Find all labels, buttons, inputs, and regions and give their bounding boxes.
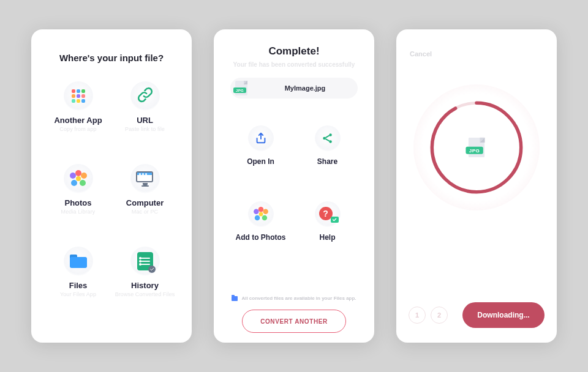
action-label: Add to Photos	[236, 233, 286, 242]
option-sub: Media Library	[61, 209, 96, 215]
link-icon	[130, 81, 160, 111]
screen-complete: Complete! Your file has been converted s…	[214, 29, 374, 343]
option-label: Another App	[54, 116, 102, 125]
option-label: URL	[137, 116, 153, 125]
action-label: Help	[319, 233, 335, 242]
option-label: Files	[69, 281, 88, 290]
share-icon	[315, 125, 341, 151]
progress-ring-area: JPG	[407, 84, 546, 210]
option-sub: Your Files App	[60, 291, 96, 297]
file-name: MyImage.jpg	[285, 84, 326, 92]
photos-flower-icon	[64, 164, 93, 193]
apps-grid-icon	[64, 81, 93, 111]
option-url[interactable]: URL Paste link to file	[111, 81, 178, 132]
folder-mini-icon	[232, 296, 238, 301]
action-label: Open In	[247, 157, 274, 166]
note-text: All converted files are available in you…	[241, 296, 356, 301]
screen-input-source: Where's your input file? Another App Cop…	[31, 29, 192, 343]
bottom-bar: 1 2 Downloading...	[407, 302, 546, 333]
file-jpg-icon: JPG	[235, 81, 247, 95]
option-history[interactable]: History Browse Converted Files	[111, 247, 178, 297]
photos-flower-icon	[248, 201, 274, 227]
action-help[interactable]: ? Help	[294, 201, 361, 242]
action-add-to-photos[interactable]: Add to Photos	[227, 201, 294, 242]
step-indicator-2[interactable]: 2	[431, 307, 448, 324]
screen1-title: Where's your input file?	[42, 53, 181, 63]
progress-glow: JPG	[413, 84, 540, 210]
history-checklist-icon	[130, 247, 160, 276]
progress-ring: JPG	[428, 99, 525, 196]
files-app-note: All converted files are available in you…	[232, 283, 356, 301]
folder-icon	[64, 247, 93, 276]
complete-title: Complete!	[268, 45, 319, 58]
option-sub: Copy from app	[59, 126, 96, 132]
option-another-app[interactable]: Another App Copy from app	[45, 81, 111, 132]
option-label: Computer	[126, 198, 164, 207]
actions-grid: Open In Share Add to Photos ? Help	[225, 125, 363, 242]
source-grid: Another App Copy from app URL Paste link…	[42, 81, 181, 297]
open-in-icon	[248, 125, 274, 151]
action-share[interactable]: Share	[294, 125, 361, 166]
option-sub: Browse Converted Files	[115, 291, 175, 297]
option-label: History	[131, 281, 159, 290]
action-label: Share	[317, 157, 337, 166]
option-files[interactable]: Files Your Files App	[45, 247, 111, 297]
screen-downloading: Cancel JPG 1 2 Downloading...	[396, 29, 557, 343]
option-label: Photos	[64, 198, 91, 207]
help-icon: ?	[315, 201, 341, 227]
option-photos[interactable]: Photos Media Library	[45, 164, 111, 215]
option-sub: Paste link to file	[125, 126, 165, 132]
converted-file-chip[interactable]: JPG MyImage.jpg	[230, 78, 358, 99]
computer-icon	[130, 164, 160, 193]
action-open-in[interactable]: Open In	[227, 125, 294, 166]
option-sub: Mac or PC	[132, 209, 158, 215]
file-jpg-icon: JPG	[469, 138, 485, 157]
cancel-button[interactable]: Cancel	[407, 50, 432, 58]
step-indicator-1[interactable]: 1	[409, 307, 426, 324]
downloading-button[interactable]: Downloading...	[462, 302, 545, 328]
complete-subtitle: Your file has been converted successfull…	[233, 61, 355, 68]
convert-another-button[interactable]: CONVERT ANOTHER	[242, 310, 346, 333]
option-computer[interactable]: Computer Mac or PC	[111, 164, 178, 215]
